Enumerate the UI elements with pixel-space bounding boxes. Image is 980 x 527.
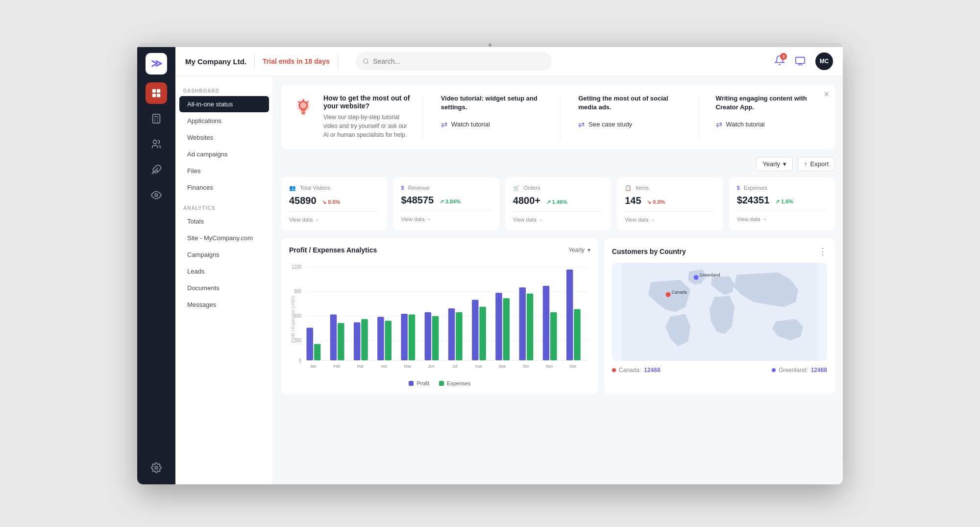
close-tutorial-button[interactable]: × bbox=[824, 89, 829, 100]
logo-box[interactable]: ≫ bbox=[146, 53, 167, 75]
bulb-icon bbox=[291, 94, 316, 128]
svg-text:Profit / Expenses (USD): Profit / Expenses (USD) bbox=[291, 296, 295, 343]
nav-icon-puzzle[interactable] bbox=[146, 159, 167, 180]
more-options-button[interactable]: ⋮ bbox=[818, 246, 827, 257]
messages-icon[interactable] bbox=[793, 54, 808, 69]
search-input[interactable] bbox=[373, 57, 545, 65]
left-sidebar: ≫ bbox=[137, 47, 175, 484]
svg-rect-73 bbox=[574, 309, 581, 360]
legend-expenses-dot bbox=[439, 381, 444, 386]
chart-legend: Profit Expenses bbox=[289, 380, 590, 386]
stat-card-items: 📋 Items 145 ↘ 0.0% View data → bbox=[617, 177, 723, 230]
nav-icon-users[interactable] bbox=[146, 133, 167, 155]
nav-item-campaigns[interactable]: Campaigns bbox=[179, 247, 269, 263]
period-label: Yearly bbox=[762, 160, 780, 168]
stats-row: 👥 Total Visitors 45890 ↘ 0.5% View data … bbox=[281, 177, 835, 230]
svg-rect-40 bbox=[314, 344, 321, 360]
country-chart-header: Customers by Country ⋮ bbox=[612, 246, 827, 257]
export-button[interactable]: ↑ Export bbox=[798, 157, 835, 171]
view-data-revenue[interactable]: View data → bbox=[401, 211, 491, 222]
canada-value: 12468 bbox=[644, 367, 660, 374]
search-bar[interactable] bbox=[356, 52, 552, 71]
nav-item-all-in-one[interactable]: All-in-one status bbox=[179, 96, 269, 112]
nav-icon-settings[interactable] bbox=[146, 457, 167, 478]
period-select[interactable]: Yearly ▾ bbox=[756, 157, 793, 171]
country-chart: Customers by Country ⋮ bbox=[604, 238, 835, 394]
notification-bell[interactable]: 3 bbox=[774, 55, 785, 68]
nav-item-leads[interactable]: Leads bbox=[179, 263, 269, 279]
world-map-svg: Canada Greenland bbox=[612, 263, 827, 361]
nav-item-applications[interactable]: Applications bbox=[179, 113, 269, 129]
nav-icon-calculator[interactable] bbox=[146, 108, 167, 129]
nav-section-analytics: ANALYTICS bbox=[175, 201, 273, 213]
stat-change-visitors: ↘ 0.5% bbox=[322, 199, 340, 205]
nav-item-documents[interactable]: Documents bbox=[179, 280, 269, 296]
watch-tutorial-3-link[interactable]: ⇄ Watch tutorial bbox=[716, 120, 817, 129]
nav-item-files[interactable]: Files bbox=[179, 163, 269, 179]
svg-rect-55 bbox=[432, 316, 439, 360]
svg-text:Mar: Mar bbox=[357, 363, 364, 367]
side-nav: DASHBOARD All-in-one status Applications… bbox=[175, 76, 273, 484]
stat-change-expenses: ↗ 1.6% bbox=[775, 199, 793, 204]
nav-icon-dashboard[interactable] bbox=[146, 82, 167, 104]
trial-text: Trial ends in 18 days bbox=[263, 57, 330, 65]
svg-text:Aug: Aug bbox=[475, 363, 482, 367]
chart-period-select[interactable]: Yearly ▾ bbox=[568, 247, 590, 253]
svg-rect-57 bbox=[448, 308, 455, 360]
nav-item-ad-campaigns[interactable]: Ad campaigns bbox=[179, 146, 269, 162]
svg-point-15 bbox=[155, 194, 158, 197]
browser-top bbox=[137, 43, 843, 47]
notification-badge: 3 bbox=[780, 53, 787, 60]
tutorial-divider-1 bbox=[423, 94, 423, 139]
legend-profit-label: Profit bbox=[416, 380, 429, 386]
view-data-items[interactable]: View data → bbox=[625, 211, 715, 223]
canada-legend-dot bbox=[612, 368, 616, 372]
svg-text:Jul: Jul bbox=[452, 363, 457, 367]
view-data-visitors[interactable]: View data → bbox=[289, 211, 379, 223]
browser-dot bbox=[489, 44, 491, 47]
stat-change-revenue: ↗ 3.84% bbox=[440, 199, 461, 204]
nav-item-totals[interactable]: Totals bbox=[179, 213, 269, 229]
nav-item-messages[interactable]: Messages bbox=[179, 297, 269, 313]
stat-value-revenue: $48575 ↗ 3.84% bbox=[401, 195, 491, 206]
svg-text:900: 900 bbox=[294, 288, 301, 294]
stat-value-visitors: 45890 ↘ 0.5% bbox=[289, 195, 379, 206]
nav-item-finances[interactable]: Finances bbox=[179, 179, 269, 196]
main-panel: × bbox=[273, 76, 843, 484]
chart-title: Profit / Expenses Analytics bbox=[289, 246, 377, 254]
svg-line-18 bbox=[367, 63, 368, 64]
nav-item-site[interactable]: Site - MyCompany.com bbox=[179, 230, 269, 246]
world-map: Canada Greenland bbox=[612, 263, 827, 361]
country-stat-canada: Canada: 12468 bbox=[612, 367, 661, 374]
nav-item-websites[interactable]: Websites bbox=[179, 129, 269, 146]
export-icon: ↑ bbox=[804, 160, 808, 168]
user-avatar[interactable]: MC bbox=[815, 52, 833, 70]
country-stats: Canada: 12468 Greenland: 12468 bbox=[612, 367, 827, 374]
watch-tutorial-1-link[interactable]: ⇄ Watch tutorial bbox=[441, 120, 542, 129]
stat-card-revenue: $ Revenue $48575 ↗ 3.84% View data → bbox=[393, 177, 499, 230]
link-icon-2: ⇄ bbox=[578, 120, 585, 129]
svg-rect-58 bbox=[456, 312, 463, 360]
country-stat-greenland: Greenland: 12468 bbox=[772, 367, 827, 374]
svg-rect-54 bbox=[425, 312, 432, 360]
divider-1 bbox=[254, 54, 255, 69]
stat-label-orders: 🛒 Orders bbox=[513, 185, 603, 191]
svg-rect-19 bbox=[796, 57, 805, 64]
view-data-expenses[interactable]: View data → bbox=[737, 211, 827, 222]
svg-rect-23 bbox=[301, 112, 305, 114]
nav-icon-eye[interactable] bbox=[146, 184, 167, 206]
chart-header: Profit / Expenses Analytics Yearly ▾ bbox=[289, 246, 590, 254]
bar-chart-container: 1200 900 600 300 0 bbox=[289, 260, 590, 377]
svg-rect-48 bbox=[377, 317, 384, 360]
see-case-study-link[interactable]: ⇄ See case study bbox=[578, 120, 680, 129]
svg-text:0: 0 bbox=[299, 358, 301, 364]
svg-rect-24 bbox=[302, 114, 305, 115]
expenses-icon: $ bbox=[737, 185, 740, 191]
svg-rect-42 bbox=[330, 314, 337, 360]
view-data-orders[interactable]: View data → bbox=[513, 211, 603, 223]
stat-label-items: 📋 Items bbox=[625, 185, 715, 191]
stat-label-expenses: $ Expenses bbox=[737, 185, 827, 191]
nav-section-dashboard: DASHBOARD bbox=[175, 84, 273, 96]
legend-profit: Profit bbox=[409, 380, 429, 386]
svg-rect-39 bbox=[307, 327, 314, 360]
